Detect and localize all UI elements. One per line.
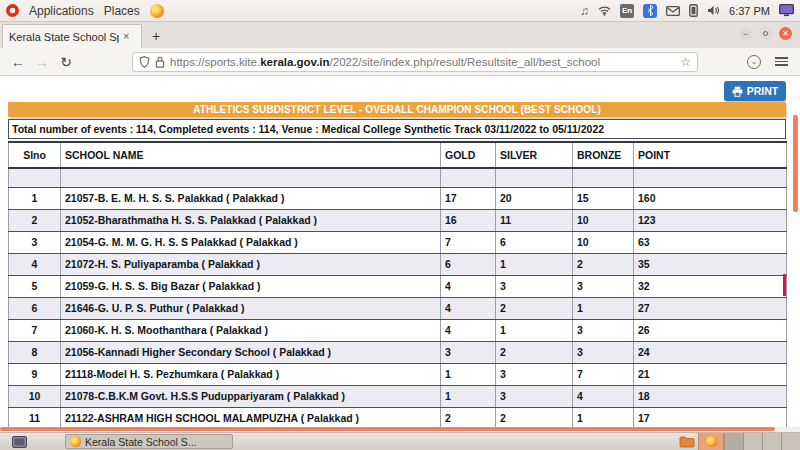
volume-icon[interactable] [707,5,720,16]
cell-bronze: 10 [573,231,634,253]
cell-slno: 5 [9,275,61,297]
wifi-icon[interactable] [598,5,611,16]
distro-logo-icon[interactable] [6,4,19,17]
cell-gold: 17 [441,187,496,209]
cell-point: 21 [634,363,787,385]
firefox-panel-icon[interactable] [150,4,164,18]
cell-gold: 4 [441,297,496,319]
cell-silver: 1 [496,253,573,275]
device-battery-icon[interactable] [689,4,698,17]
tab-close-icon[interactable]: × [123,31,129,42]
cell-point: 35 [634,253,787,275]
window-maximize-button[interactable] [759,27,772,40]
printer-icon [732,86,743,97]
horizontal-scrollbar-thumb[interactable] [0,427,775,431]
cell-school: 21059-G. H. S. S. Big Bazar ( Palakkad ) [61,275,441,297]
browser-window: Kerala State School Sports 2 × + − ✕ ← →… [0,22,800,432]
results-table: Slno SCHOOL NAME GOLD SILVER BRONZE POIN… [8,141,787,427]
cell-bronze: 3 [573,319,634,341]
applications-menu[interactable]: Applications [29,4,94,18]
table-row: 721060-K. H. S. Moothanthara ( Palakkad … [9,319,787,341]
cell-gold: 16 [441,209,496,231]
cell-bronze: 4 [573,385,634,407]
cell-gold: 4 [441,319,496,341]
shield-icon[interactable] [139,56,150,68]
cell-slno: 2 [9,209,61,231]
cell-silver: 6 [496,231,573,253]
firefox-taskbar-icon [70,436,81,447]
menu-hamburger-icon[interactable] [775,57,788,66]
url-bar[interactable]: https://sports.kite.kerala.gov.in/2022/s… [132,52,698,72]
reload-button[interactable]: ↻ [58,54,74,70]
workspace-cell[interactable] [743,433,762,450]
cell-point: 27 [634,297,787,319]
page-title-banner: ATHLETICS SUBDISTRICT LEVEL - OVERALL CH… [8,102,786,117]
cell-point: 26 [634,319,787,341]
clock[interactable]: 6:37 PM [729,5,770,17]
firefox-launcher-button[interactable] [698,433,724,450]
folder-launcher-button[interactable] [676,433,698,450]
row-highlight-marker [783,274,786,296]
show-desktop-button[interactable] [12,436,27,448]
workspace-cell[interactable] [762,433,781,450]
browser-tab[interactable]: Kerala State School Sports 2 × [2,24,142,48]
cell-bronze: 1 [573,297,634,319]
vertical-scrollbar-thumb[interactable] [793,115,798,212]
cell-silver: 3 [496,275,573,297]
cell-school: 21118-Model H. S. Pezhumkara ( Palakkad … [61,363,441,385]
workspace-cell[interactable] [724,433,743,450]
forward-button[interactable]: → [34,54,50,70]
cell-bronze: 3 [573,341,634,363]
cell-gold: 1 [441,363,496,385]
cell-slno: 9 [9,363,61,385]
print-button[interactable]: PRINT [724,81,786,101]
cell-slno: 10 [9,385,61,407]
firefox-launcher-icon [706,436,717,447]
cell-gold: 6 [441,253,496,275]
keyboard-layout-indicator[interactable]: En [620,4,634,18]
bookmark-star-icon[interactable]: ☆ [680,55,691,69]
folder-icon [679,436,695,448]
window-minimize-button[interactable]: − [739,27,752,40]
table-row: 621646-G. U. P. S. Puthur ( Palakkad )42… [9,297,787,319]
cell-point: 63 [634,231,787,253]
workspace-cell[interactable] [781,433,800,450]
header-point: POINT [634,142,787,168]
cell-point: 17 [634,407,787,427]
lock-icon[interactable] [155,56,165,68]
header-bronze: BRONZE [573,142,634,168]
cell-gold: 1 [441,385,496,407]
cell-silver: 3 [496,363,573,385]
cell-slno: 1 [9,187,61,209]
places-menu[interactable]: Places [104,4,140,18]
cell-silver: 2 [496,297,573,319]
table-row: 821056-Kannadi Higher Secondary School (… [9,341,787,363]
display-icon[interactable] [779,4,794,17]
mail-icon[interactable] [666,6,680,16]
cell-slno: 7 [9,319,61,341]
cell-bronze: 1 [573,407,634,427]
cell-silver: 3 [496,385,573,407]
tab-bar: Kerala State School Sports 2 × + − ✕ [0,22,800,48]
window-close-button[interactable]: ✕ [779,27,792,40]
cell-bronze: 10 [573,209,634,231]
cell-point: 160 [634,187,787,209]
cell-silver: 1 [496,319,573,341]
cell-school: 21057-B. E. M. H. S. S. Palakkad ( Palak… [61,187,441,209]
cell-point: 24 [634,341,787,363]
cell-school: 21052-Bharathmatha H. S. S. Palakkad ( P… [61,209,441,231]
new-tab-button[interactable]: + [152,28,160,44]
back-button[interactable]: ← [10,54,26,70]
music-note-icon[interactable]: ♫ [580,4,589,18]
cell-slno: 11 [9,407,61,427]
pocket-icon[interactable]: ⌄ [747,55,761,69]
header-gold: GOLD [441,142,496,168]
bluetooth-icon[interactable] [643,4,657,18]
cell-bronze: 3 [573,275,634,297]
page-content: PRINT ATHLETICS SUBDISTRICT LEVEL - OVER… [0,76,800,427]
empty-spacer-row [9,168,787,187]
taskbar-window-button[interactable]: Kerala State School S... [65,434,233,449]
cell-school: 21054-G. M. M. G. H. S. S Palakkad ( Pal… [61,231,441,253]
system-taskbar: Kerala State School S... [0,432,800,450]
cell-gold: 7 [441,231,496,253]
